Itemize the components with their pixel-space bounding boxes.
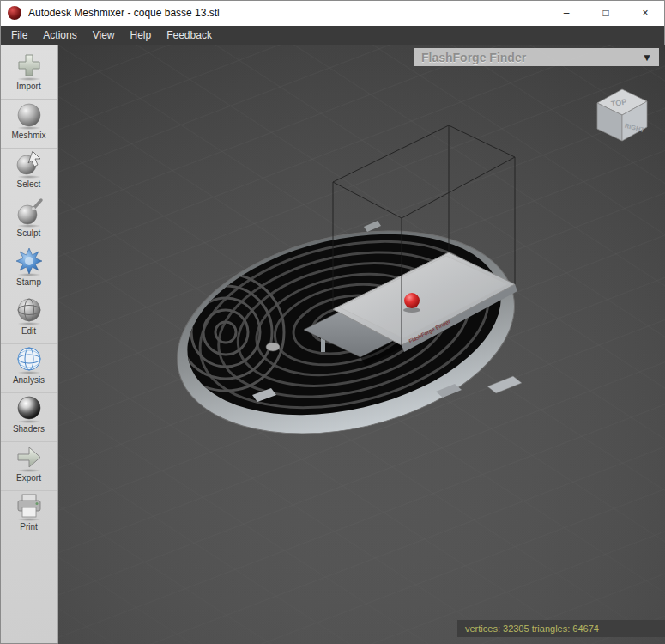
- sculpt-brush-icon: [15, 197, 44, 227]
- tool-import[interactable]: Import: [0, 51, 57, 100]
- icon-shadow: [17, 469, 41, 472]
- tool-select[interactable]: Select: [0, 149, 57, 197]
- minimize-button[interactable]: –: [547, 0, 586, 26]
- tool-sculpt[interactable]: Sculpt: [0, 197, 57, 246]
- globe-icon: [15, 295, 44, 325]
- titlebar: Autodesk Meshmixer - coque basse 13.stl …: [0, 0, 665, 26]
- plus-icon: [15, 51, 44, 80]
- toolbar: Import Meshmix Select: [0, 45, 58, 644]
- tool-label: Print: [20, 522, 38, 532]
- icon-shadow: [17, 273, 41, 276]
- tool-meshmix[interactable]: Meshmix: [0, 100, 57, 149]
- sphere-icon: [15, 100, 44, 129]
- scene-canvas: FlashForge Finder: [58, 45, 665, 644]
- tool-label: Import: [16, 82, 40, 91]
- printer-icon: [15, 491, 44, 520]
- meshmixer-logo-icon: [8, 6, 21, 20]
- main-content: Import Meshmix Select: [0, 45, 665, 644]
- blue-splash-icon: [15, 246, 44, 276]
- wireframe-sphere-icon: [15, 344, 44, 374]
- dropdown-arrow-icon: ▼: [642, 52, 652, 64]
- tool-shaders[interactable]: Shaders: [0, 393, 57, 442]
- tool-print[interactable]: Print: [0, 491, 57, 540]
- icon-shadow: [17, 126, 41, 130]
- tool-label: Shaders: [13, 424, 45, 434]
- arrow-out-icon: [15, 442, 44, 471]
- tool-label: Analysis: [13, 375, 45, 385]
- viewport-3d[interactable]: FlashForge Finder: [58, 45, 665, 644]
- icon-shadow: [17, 420, 41, 423]
- tool-label: Stamp: [16, 277, 41, 287]
- menu-file[interactable]: File: [3, 29, 35, 41]
- window-title: Autodesk Meshmixer - coque basse 13.stl: [28, 7, 547, 19]
- tool-label: Meshmix: [11, 131, 45, 140]
- tool-label: Edit: [21, 326, 36, 336]
- printer-selector[interactable]: FlashForge Finder ▼: [414, 48, 659, 66]
- chrome-sphere-icon: [15, 393, 44, 422]
- icon-shadow: [17, 371, 41, 374]
- printer-selector-label: FlashForge Finder: [421, 51, 526, 64]
- status-text: vertices: 32305 triangles: 64674: [465, 623, 599, 634]
- menubar: File Actions View Help Feedback: [0, 26, 665, 45]
- red-ball[interactable]: [403, 293, 420, 313]
- maximize-button[interactable]: □: [586, 0, 626, 26]
- icon-shadow: [17, 77, 41, 81]
- status-bar: vertices: 32305 triangles: 64674: [457, 620, 665, 637]
- tool-stamp[interactable]: Stamp: [0, 246, 57, 295]
- icon-shadow: [17, 224, 41, 228]
- close-button[interactable]: ×: [626, 0, 665, 26]
- sphere-cursor-icon: [15, 149, 44, 178]
- icon-shadow: [17, 175, 41, 179]
- menu-feedback[interactable]: Feedback: [159, 29, 220, 41]
- tool-export[interactable]: Export: [0, 442, 57, 491]
- tool-label: Sculpt: [17, 228, 41, 238]
- tool-label: Select: [17, 179, 41, 189]
- icon-shadow: [17, 322, 41, 325]
- tool-edit[interactable]: Edit: [0, 295, 57, 344]
- menu-help[interactable]: Help: [123, 29, 160, 41]
- meshmixer-window: Autodesk Meshmixer - coque basse 13.stl …: [0, 0, 665, 644]
- tool-analysis[interactable]: Analysis: [0, 344, 57, 393]
- window-controls: – □ ×: [547, 0, 665, 26]
- icon-shadow: [17, 518, 41, 521]
- menu-actions[interactable]: Actions: [35, 29, 84, 41]
- menu-view[interactable]: View: [85, 29, 123, 41]
- tool-label: Export: [16, 473, 41, 483]
